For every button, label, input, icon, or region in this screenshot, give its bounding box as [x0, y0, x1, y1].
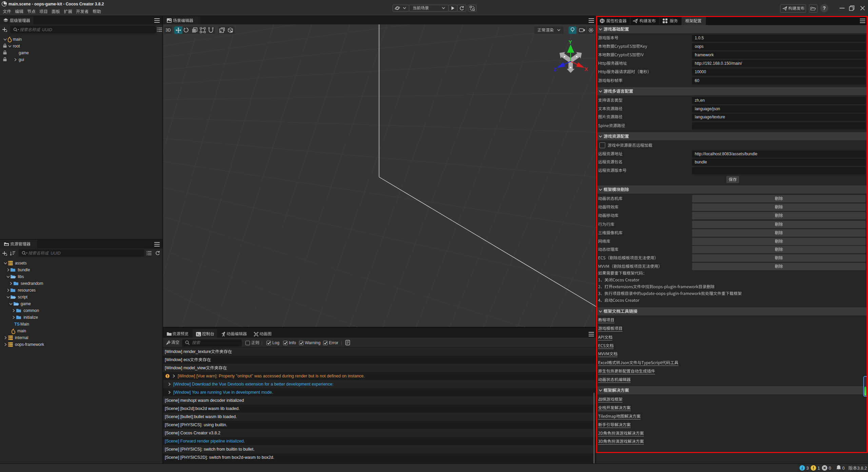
svg-text:X: X	[585, 66, 588, 72]
svg-text:Y: Y	[569, 39, 572, 45]
svg-text:Z: Z	[554, 66, 557, 72]
